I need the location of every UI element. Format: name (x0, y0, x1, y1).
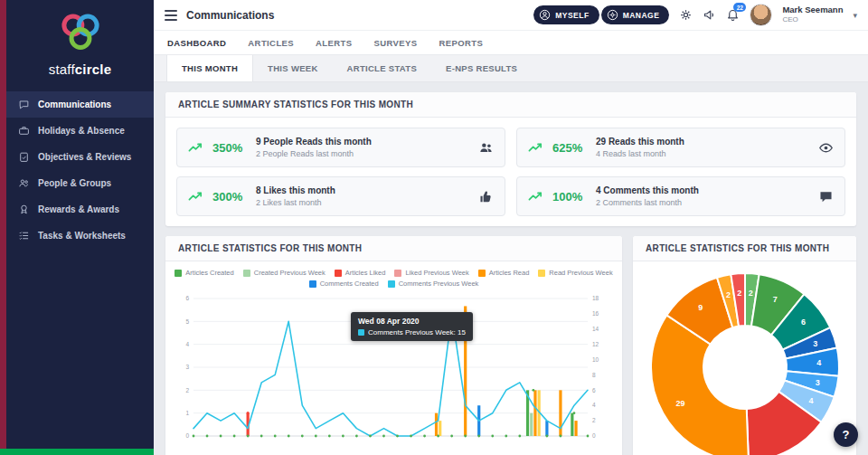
donut-chart-body: 276343429922 (633, 261, 856, 455)
svg-text:14: 14 (592, 326, 599, 332)
charts-row: ARTICLE STATISTICS FOR THIS MONTH Articl… (165, 236, 856, 455)
stat-tile-reads: 625% 29 Reads this month 4 Reads last mo… (516, 128, 845, 167)
legend-item: Comments Created (309, 280, 379, 288)
user-name: Mark Seemann (782, 5, 843, 15)
svg-text:6: 6 (592, 387, 596, 393)
tab-surveys[interactable]: SURVEYS (373, 38, 417, 48)
user-role: CEO (782, 15, 843, 24)
stat-sub: 2 People Reads last month (256, 149, 372, 158)
summary-stats-grid: 350% 9 People Reads this month 2 People … (165, 118, 856, 226)
svg-text:18: 18 (592, 295, 599, 301)
tab-alerts[interactable]: ALERTS (316, 38, 352, 48)
svg-text:8: 8 (592, 372, 596, 378)
manage-button[interactable]: MANAGE (601, 5, 670, 24)
svg-text:3: 3 (815, 378, 819, 387)
subtab-article-stats[interactable]: ARTICLE STATS (333, 55, 431, 81)
stat-tile-likes: 300% 8 Likes this month 2 Likes last mon… (176, 176, 505, 216)
donut-chart-card-title: ARTICLE STATISTICS FOR THIS MONTH (633, 236, 856, 261)
page-title: Communications (186, 9, 274, 22)
user-menu[interactable]: Mark Seemann CEO (782, 5, 843, 24)
myself-button[interactable]: MYSELF (533, 5, 599, 24)
stat-percent: 350% (212, 141, 247, 155)
sidebar-item-people[interactable]: People & Groups (6, 170, 154, 196)
trend-up-icon (188, 191, 203, 202)
people-icon (478, 140, 494, 156)
stat-tile-people-reads: 350% 9 People Reads this month 2 People … (176, 128, 505, 167)
trend-up-icon (188, 142, 203, 153)
staffcircle-logo: staffcircle (6, 0, 154, 86)
donut-chart[interactable]: 276343429922 (644, 266, 846, 455)
svg-text:4: 4 (592, 402, 596, 408)
megaphone-icon[interactable] (703, 8, 716, 22)
tab-articles[interactable]: ARTICLES (248, 38, 294, 48)
sidebar-item-label: People & Groups (38, 178, 111, 188)
avatar[interactable] (750, 4, 772, 26)
topbar: Communications MYSELF MANAGE 22 (154, 0, 868, 31)
stat-percent: 300% (212, 190, 247, 204)
sidebar-bottom-accent (0, 449, 154, 455)
subtab-this-week[interactable]: THIS WEEK (253, 55, 332, 81)
person-circle-icon (539, 9, 551, 21)
svg-text:4: 4 (816, 358, 821, 367)
summary-card: ARTICLE SUMMARY STATISTICS FOR THIS MONT… (165, 92, 856, 226)
award-icon (18, 204, 30, 215)
svg-text:6: 6 (185, 295, 189, 301)
sidebar-item-objectives[interactable]: Objectives & Reviews (6, 144, 154, 170)
chevron-down-icon[interactable]: ▾ (853, 11, 857, 20)
sidebar-item-tasks[interactable]: Tasks & Worksheets (6, 223, 154, 249)
topbar-actions: MYSELF MANAGE 22 Mark Seemann CEO (533, 4, 857, 26)
sidebar-item-rewards[interactable]: Rewards & Awards (6, 196, 154, 223)
briefcase-icon (18, 125, 30, 137)
main-tabs: DASHBOARD ARTICLES ALERTS SURVEYS REPORT… (154, 31, 868, 55)
comment-icon (818, 189, 834, 204)
subtab-enps-results[interactable]: E-NPS RESULTS (431, 55, 532, 81)
legend-item: Created Previous Week (243, 269, 326, 277)
sidebar-item-label: Holidays & Absence (38, 126, 125, 136)
gear-icon[interactable] (679, 8, 693, 22)
bell-icon[interactable]: 22 (726, 8, 740, 22)
svg-text:6: 6 (801, 318, 806, 327)
tooltip-date: Wed 08 Apr 2020 (358, 317, 466, 326)
subtab-this-month[interactable]: THIS MONTH (166, 55, 253, 81)
left-accent-strip (0, 0, 6, 455)
stat-main: 9 People Reads this month (256, 137, 372, 147)
svg-text:2: 2 (748, 289, 752, 298)
main-content: ARTICLE SUMMARY STATISTICS FOR THIS MONT… (154, 82, 868, 455)
svg-text:2: 2 (737, 289, 741, 298)
legend-item: Liked Previous Week (394, 269, 468, 277)
tooltip-label: Comments Previous Week: 15 (368, 328, 466, 337)
sidebar-item-holidays[interactable]: Holidays & Absence (6, 118, 154, 144)
tasks-icon (18, 230, 30, 242)
help-button[interactable]: ? (834, 422, 858, 447)
tooltip-series-swatch (358, 329, 364, 336)
menu-icon[interactable] (165, 10, 177, 21)
sidebar-nav: Communications Holidays & Absence Object… (6, 91, 154, 249)
svg-text:2: 2 (185, 387, 189, 393)
svg-text:0: 0 (592, 432, 596, 439)
legend-swatch (394, 270, 401, 277)
sub-tabs: THIS MONTH THIS WEEK ARTICLE STATS E-NPS… (154, 55, 868, 82)
legend-item: Articles Liked (335, 269, 386, 277)
legend-swatch (243, 270, 250, 277)
svg-text:12: 12 (592, 341, 599, 347)
sidebar: staffcircle Communications Holidays & Ab… (0, 0, 154, 455)
legend-swatch (478, 270, 486, 277)
sidebar-item-communications[interactable]: Communications (6, 91, 154, 118)
people-icon (18, 177, 30, 189)
stat-main: 4 Comments this month (596, 185, 699, 196)
svg-text:0: 0 (185, 432, 189, 439)
stat-main: 8 Likes this month (256, 185, 335, 196)
legend-item: Comments Previous Week (388, 280, 479, 288)
sidebar-item-label: Objectives & Reviews (38, 152, 131, 162)
stat-percent: 625% (552, 141, 587, 155)
sidebar-item-label: Rewards & Awards (38, 204, 119, 214)
svg-text:3: 3 (185, 364, 189, 370)
tab-dashboard[interactable]: DASHBOARD (167, 38, 226, 48)
svg-text:4: 4 (185, 341, 189, 347)
notification-badge: 22 (733, 3, 746, 12)
stat-sub: 2 Likes last month (256, 198, 335, 207)
tab-reports[interactable]: REPORTS (439, 38, 484, 48)
staffcircle-logo-icon (54, 12, 107, 55)
stat-percent: 100% (552, 190, 587, 204)
svg-text:7: 7 (772, 295, 777, 304)
